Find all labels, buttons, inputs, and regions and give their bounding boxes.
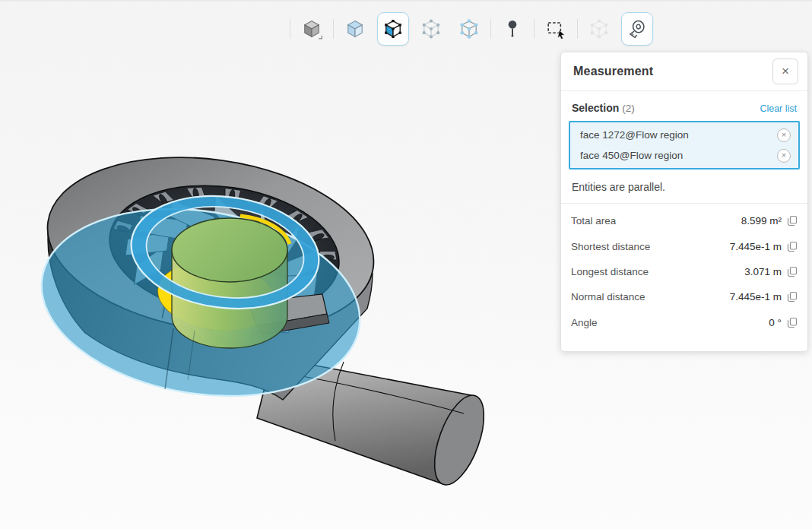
toolbar-divider xyxy=(490,19,491,39)
selection-item-label: face 450@Flow region xyxy=(580,150,777,161)
measuring-tape-icon xyxy=(626,17,649,40)
copy-button[interactable] xyxy=(787,266,798,277)
measurement-value: 7.445e-1 m xyxy=(730,291,782,303)
toolbar-divider xyxy=(290,19,290,39)
measurement-row: Longest distance 3.071 m xyxy=(561,259,807,284)
measurement-label: Total area xyxy=(571,215,741,226)
toolbar-divider xyxy=(577,19,578,39)
copy-button[interactable] xyxy=(787,317,798,328)
measurement-label: Normal distance xyxy=(571,291,730,303)
measurement-panel: Measurement × Selection (2) Clear list f… xyxy=(560,52,808,352)
toolbar-button-pin-selection[interactable] xyxy=(496,12,528,46)
cube-solid-icon xyxy=(300,17,323,40)
selection-item-label: face 1272@Flow region xyxy=(580,129,777,141)
measurement-label: Angle xyxy=(571,317,769,328)
selection-count: (2) xyxy=(622,103,760,114)
toolbar-divider xyxy=(333,19,334,39)
pin-icon xyxy=(501,17,524,40)
toolbar-button-box-select[interactable] xyxy=(540,12,572,46)
cube-vertices-icon xyxy=(420,17,442,40)
panel-title: Measurement xyxy=(573,65,772,78)
selection-item[interactable]: face 1272@Flow region × xyxy=(570,125,798,145)
hub-top-face[interactable] xyxy=(172,218,287,282)
close-button[interactable]: × xyxy=(772,59,798,84)
measurement-row: Angle 0 ° xyxy=(561,310,807,335)
selection-list: face 1272@Flow region × face 450@Flow re… xyxy=(569,121,800,169)
toolbar-button-measure[interactable] xyxy=(621,12,653,46)
copy-button[interactable] xyxy=(787,215,798,226)
cube-transparent-icon xyxy=(344,17,366,40)
toolbar-button-select-vertex[interactable] xyxy=(415,12,447,46)
impeller-hub[interactable] xyxy=(172,218,287,348)
remove-icon: × xyxy=(782,150,786,160)
measurement-rows: Total area 8.599 m² Shortest distance 7.… xyxy=(561,204,807,335)
clear-list-link[interactable]: Clear list xyxy=(760,103,797,114)
toolbar-divider xyxy=(534,19,534,39)
copy-icon xyxy=(787,291,798,303)
copy-icon xyxy=(787,317,798,328)
remove-icon: × xyxy=(782,130,786,139)
toolbar-button-isolate xyxy=(583,12,615,46)
selection-item[interactable]: face 450@Flow region × xyxy=(570,145,798,166)
measurement-value: 0 ° xyxy=(769,317,782,328)
remove-selection-button[interactable]: × xyxy=(777,149,791,163)
view-toolbar xyxy=(287,11,656,46)
toolbar-button-view-transparent[interactable] xyxy=(339,12,371,46)
measurement-label: Shortest distance xyxy=(571,241,730,252)
panel-header: Measurement × xyxy=(561,52,807,91)
cube-face-highlight-icon xyxy=(382,17,404,40)
copy-button[interactable] xyxy=(787,241,798,252)
selection-header: Selection (2) Clear list xyxy=(561,91,807,121)
cube-outline-icon xyxy=(458,17,481,40)
copy-icon xyxy=(787,266,798,277)
marquee-cursor-icon xyxy=(544,17,567,40)
copy-icon xyxy=(787,215,798,226)
toolbar-button-view-solid[interactable] xyxy=(296,12,328,46)
toolbar-button-select-body[interactable] xyxy=(453,12,485,46)
copy-button[interactable] xyxy=(787,291,798,303)
cube-faded-icon xyxy=(588,17,611,40)
measurement-value: 7.445e-1 m xyxy=(730,241,782,252)
measurement-row: Shortest distance 7.445e-1 m xyxy=(561,233,807,258)
measurement-label: Longest distance xyxy=(571,266,744,277)
measurement-value: 8.599 m² xyxy=(741,215,782,226)
measurement-value: 3.071 m xyxy=(744,266,782,277)
parallel-status-text: Entities are parallel. xyxy=(561,169,807,203)
remove-selection-button[interactable]: × xyxy=(777,128,791,142)
measurement-row: Total area 8.599 m² xyxy=(561,208,807,233)
copy-icon xyxy=(787,241,798,252)
measurement-row: Normal distance 7.445e-1 m xyxy=(561,284,807,309)
close-icon: × xyxy=(782,64,789,79)
selection-label: Selection xyxy=(572,102,619,114)
toolbar-button-select-face[interactable] xyxy=(377,12,409,46)
